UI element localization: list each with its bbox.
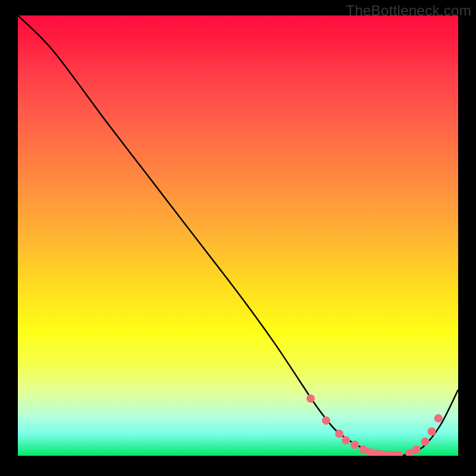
- curve-marker: [342, 436, 350, 444]
- curve-marker: [350, 441, 359, 449]
- curve-marker: [322, 416, 330, 425]
- curve-markers: [306, 394, 443, 456]
- chart-svg: [18, 15, 458, 456]
- curve-marker: [306, 394, 315, 403]
- chart-container: TheBottleneck.com: [0, 0, 476, 476]
- curve-marker: [428, 427, 436, 436]
- curve-marker: [421, 437, 430, 446]
- curve-marker: [335, 430, 343, 438]
- curve-marker: [412, 446, 421, 454]
- bottleneck-curve: [18, 15, 458, 456]
- chart-plot-area: [18, 15, 458, 456]
- curve-marker: [434, 414, 443, 422]
